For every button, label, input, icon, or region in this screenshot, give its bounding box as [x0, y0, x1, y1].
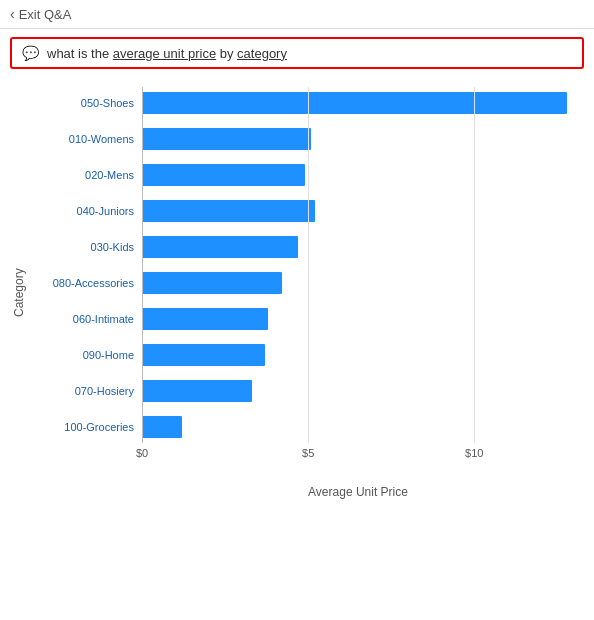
bars-section: 050-Shoes010-Womens020-Mens040-Juniors03… [32, 87, 574, 443]
bar-track [142, 380, 574, 402]
query-text: what is the average unit price by catego… [47, 46, 287, 61]
bar-track [142, 308, 574, 330]
bar-fill [142, 344, 265, 366]
bar-fill [142, 236, 298, 258]
x-tick: $0 [136, 447, 148, 459]
bar-row: 090-Home [32, 339, 574, 371]
bar-row: 100-Groceries [32, 411, 574, 443]
bar-row: 060-Intimate [32, 303, 574, 335]
bar-fill [142, 92, 567, 114]
bar-track [142, 92, 574, 114]
bar-fill [142, 380, 252, 402]
bar-label: 090-Home [32, 349, 142, 361]
bar-label: 030-Kids [32, 241, 142, 253]
bar-row: 020-Mens [32, 159, 574, 191]
bar-label: 040-Juniors [32, 205, 142, 217]
bar-track [142, 128, 574, 150]
bar-fill [142, 200, 315, 222]
bar-track [142, 272, 574, 294]
back-label: Exit Q&A [19, 7, 72, 22]
y-axis-label: Category [10, 87, 28, 499]
bar-fill [142, 128, 311, 150]
bar-label: 070-Hosiery [32, 385, 142, 397]
back-button[interactable]: ‹ Exit Q&A [10, 6, 71, 22]
bar-fill [142, 164, 305, 186]
bar-label: 060-Intimate [32, 313, 142, 325]
bar-label: 020-Mens [32, 169, 142, 181]
bar-track [142, 200, 574, 222]
bar-fill [142, 308, 268, 330]
top-bar: ‹ Exit Q&A [0, 0, 594, 29]
query-icon: 💬 [22, 45, 39, 61]
bar-row: 040-Juniors [32, 195, 574, 227]
bar-label: 100-Groceries [32, 421, 142, 433]
bar-label: 010-Womens [32, 133, 142, 145]
x-axis: $0$5$10 [142, 447, 574, 467]
bar-label: 050-Shoes [32, 97, 142, 109]
bar-row: 070-Hosiery [32, 375, 574, 407]
bar-track [142, 416, 574, 438]
bar-track [142, 164, 574, 186]
chart-area: Category 050-Shoes010-Womens020-Mens040-… [0, 77, 594, 509]
bar-row: 030-Kids [32, 231, 574, 263]
bar-row: 010-Womens [32, 123, 574, 155]
bar-track [142, 344, 574, 366]
x-axis-label: Average Unit Price [142, 485, 574, 499]
chart-inner: 050-Shoes010-Womens020-Mens040-Juniors03… [32, 87, 574, 499]
bar-fill [142, 272, 282, 294]
x-tick: $10 [465, 447, 483, 459]
bar-track [142, 236, 574, 258]
back-chevron-icon: ‹ [10, 6, 15, 22]
bar-row: 050-Shoes [32, 87, 574, 119]
chart-container: Category 050-Shoes010-Womens020-Mens040-… [10, 87, 574, 499]
bar-fill [142, 416, 182, 438]
bar-row: 080-Accessories [32, 267, 574, 299]
query-box[interactable]: 💬 what is the average unit price by cate… [10, 37, 584, 69]
bar-label: 080-Accessories [32, 277, 142, 289]
x-tick: $5 [302, 447, 314, 459]
